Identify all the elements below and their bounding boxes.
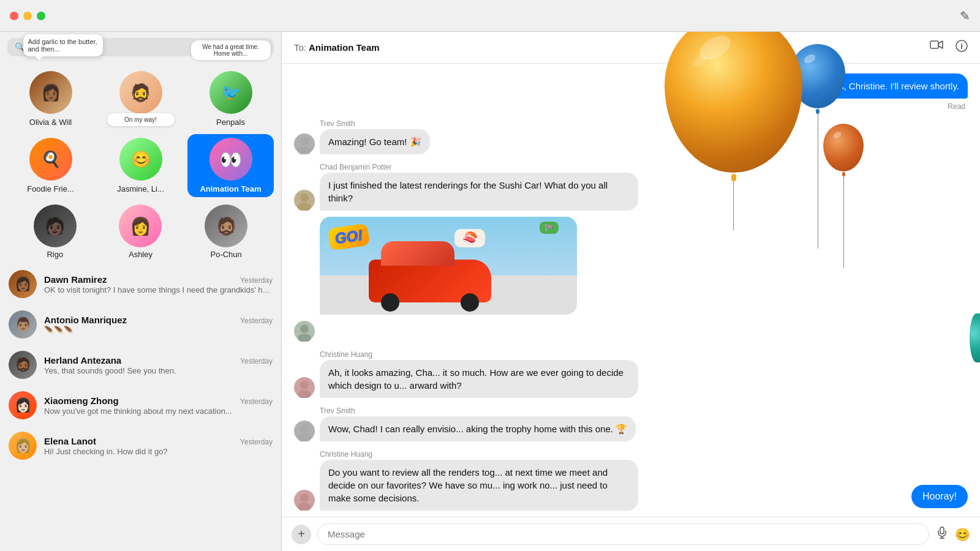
pinned-name-foodie: Foodie Frie...: [27, 184, 74, 193]
conv-preview-elena: Hi! Just checking in. How did it go?: [44, 447, 273, 456]
pinned-grid: Add garlic to the butter, and then... 👩🏾…: [0, 62, 281, 197]
conv-herland[interactable]: 🧔🏾 Herland Antezana Yesterday Yes, that …: [0, 345, 281, 385]
svg-point-11: [300, 424, 309, 433]
conv-time-antonio: Yesterday: [240, 317, 273, 325]
pinned-cell-jasmine[interactable]: On my way! 😊 Jasmine, Li...: [97, 134, 184, 197]
unread-dot-penpals: [211, 107, 217, 113]
unread-dot-jasmine: [121, 173, 127, 179]
avatar-penpals: 🐦: [209, 71, 252, 114]
avatar-chad: [294, 190, 315, 211]
pinned-name-jasmine: Jasmine, Li...: [117, 184, 164, 193]
avatar-trev-2: [294, 421, 315, 441]
to-label: To:: [294, 42, 306, 53]
conv-info-dawn: Dawn Ramirez Yesterday OK to visit tonig…: [44, 274, 273, 294]
avatar-jasmine: 😊: [119, 138, 162, 181]
pinned-name-penpals: Penpals: [216, 118, 245, 127]
audio-icon[interactable]: [935, 526, 949, 542]
conv-name-xiaomeng: Xiaomeng Zhong: [44, 395, 119, 406]
pinned-ashley[interactable]: 👩 Ashley: [119, 204, 162, 259]
chat-header: To: Animation Team i: [282, 32, 980, 64]
image-bubble: 🍣 GO! 🏁: [320, 217, 577, 315]
conv-preview-antonio: 🪶🪶🪶: [44, 326, 273, 335]
conv-info-herland: Herland Antezana Yesterday Yes, that sou…: [44, 355, 273, 375]
msg-row-christine-2: Do you want to review all the renders to…: [294, 460, 968, 511]
conv-antonio[interactable]: 👨🏽 Antonio Manriquez Yesterday 🪶🪶🪶: [0, 304, 281, 345]
svg-point-13: [300, 493, 309, 502]
avatar-christine-2: [294, 490, 315, 511]
chat-recipient: Animation Team: [309, 42, 380, 53]
conv-time-dawn: Yesterday: [240, 276, 273, 285]
svg-rect-0: [930, 41, 938, 48]
conv-time-xiaomeng: Yesterday: [240, 397, 273, 406]
svg-text:i: i: [960, 42, 963, 51]
avatar-guillermo: 🧔: [119, 71, 162, 114]
pinned-cell-animation-team[interactable]: 👀 Animation Team: [187, 134, 274, 197]
svg-point-6: [298, 203, 311, 211]
sender-name-christine-2: Christine Huang: [320, 450, 968, 459]
sushi-car-image: 🍣 GO! 🏁: [320, 217, 577, 315]
maximize-button[interactable]: [37, 12, 45, 20]
pinned-rigo[interactable]: 🧑🏿 Rigo: [34, 204, 77, 259]
bubble-christine-1: Ah, it looks amazing, Cha... it so much.…: [320, 360, 638, 398]
tooltip-bubble-olivia: Add garlic to the butter, and then...: [23, 34, 103, 56]
avatar-trev: [294, 133, 315, 154]
traffic-lights: [10, 12, 45, 20]
conv-info-xiaomeng: Xiaomeng Zhong Yesterday Now you've got …: [44, 395, 273, 416]
pinned-cell-foodie[interactable]: 🍳 Foodie Frie...: [7, 134, 94, 197]
avatar-anon: [294, 321, 315, 342]
close-button[interactable]: [10, 12, 18, 20]
msg-group-christine-2: Christine Huang Do you want to review al…: [294, 450, 968, 511]
conv-elena[interactable]: 👩🏼 Elena Lanot Yesterday Hi! Just checki…: [0, 425, 281, 466]
avatar-christine: [294, 377, 315, 398]
secondary-pinned-row: 🧑🏿 Rigo 👩 Ashley 🧔🏽 Po-Chun: [0, 197, 281, 259]
conv-name-dawn: Dawn Ramirez: [44, 274, 107, 285]
conv-info-antonio: Antonio Manriquez Yesterday 🪶🪶🪶: [44, 315, 273, 335]
conv-time-elena: Yesterday: [240, 438, 273, 446]
video-icon[interactable]: [930, 40, 943, 55]
avatar-ashley: 👩: [119, 204, 162, 247]
minimize-button[interactable]: [23, 12, 32, 20]
read-label: Read: [294, 102, 965, 111]
avatar-conv-xiaomeng: 👩🏻: [9, 391, 37, 419]
pinned-cell-penpals[interactable]: We had a great time. Home with... 🐦 Penp…: [187, 67, 274, 130]
add-button[interactable]: +: [292, 525, 311, 544]
pinned-name-olivia: Olivia & Will: [29, 118, 72, 127]
chat-header-icons: i: [930, 40, 968, 55]
conv-preview-herland: Yes, that sounds good! See you then.: [44, 366, 273, 375]
compose-icon[interactable]: ✎: [960, 9, 970, 23]
pinned-pochun[interactable]: 🧔🏽 Po-Chun: [205, 204, 247, 259]
avatar-rigo: 🧑🏿: [34, 204, 77, 247]
bubble-sent-1: Thanks, Christine. I'll review shortly.: [805, 73, 968, 99]
msg-row-sent-1: Thanks, Christine. I'll review shortly.: [294, 73, 968, 99]
avatar-olivia-will: 👩🏾: [29, 71, 72, 114]
conv-time-herland: Yesterday: [240, 357, 273, 365]
pinned-cell-olivia-will[interactable]: Add garlic to the butter, and then... 👩🏾…: [7, 67, 94, 130]
bubble-trev-1: Amazing! Go team! 🎉: [320, 129, 430, 154]
avatar-conv-herland: 🧔🏾: [9, 351, 37, 379]
msg-row-chad-1: I just finished the latest renderings fo…: [294, 173, 968, 211]
conv-dawn[interactable]: 👩🏾 Dawn Ramirez Yesterday OK to visit to…: [0, 264, 281, 304]
bubble-christine-2: Do you want to review all the renders to…: [320, 460, 638, 511]
conv-xiaomeng[interactable]: 👩🏻 Xiaomeng Zhong Yesterday Now you've g…: [0, 385, 281, 425]
main-layout: 🔍 Add garlic to the butter, and then... …: [0, 32, 980, 551]
info-icon[interactable]: i: [956, 40, 968, 55]
conversation-list: 👩🏾 Dawn Ramirez Yesterday OK to visit to…: [0, 264, 281, 551]
preview-bubble-penpals: We had a great time. Home with...: [191, 40, 271, 60]
conv-name-antonio: Antonio Manriquez: [44, 315, 127, 325]
sender-name-trev-2: Trev Smith: [320, 407, 968, 415]
green-sticker: 🏁: [540, 222, 559, 234]
chat-area: To: Animation Team i: [282, 32, 980, 551]
sender-name-chad-1: Chad Benjamin Potter: [320, 163, 968, 171]
avatar-foodie: 🍳: [29, 138, 72, 181]
svg-rect-15: [940, 527, 944, 534]
avatar-conv-dawn: 👩🏾: [9, 270, 37, 298]
emoji-icon[interactable]: 😊: [955, 527, 970, 542]
messages-area: Thanks, Christine. I'll review shortly. …: [282, 64, 980, 517]
hooray-bubble: Hooray!: [911, 485, 968, 508]
conv-name-herland: Herland Antezana: [44, 355, 121, 365]
name-rigo: Rigo: [47, 250, 63, 259]
bubble-chad-1: I just finished the latest renderings fo…: [320, 173, 638, 211]
avatar-pochun: 🧔🏽: [205, 204, 247, 247]
message-input[interactable]: [317, 523, 929, 545]
msg-row-trev-1: Amazing! Go team! 🎉: [294, 129, 968, 154]
